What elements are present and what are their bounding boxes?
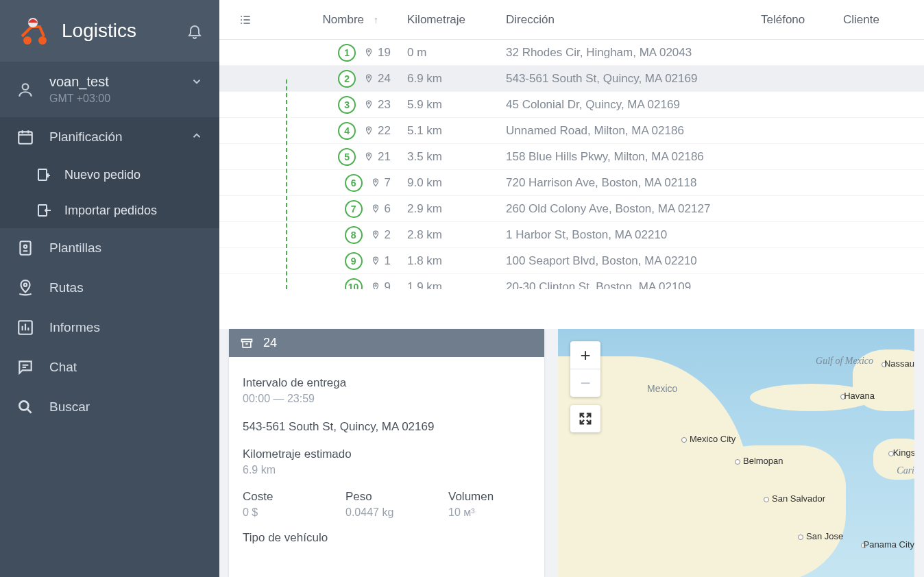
th-km[interactable]: Kilometraje	[399, 13, 498, 27]
table-row[interactable]: 1091.9 km20-30 Clinton St, Boston, MA 02…	[219, 274, 924, 289]
zoom-in-button[interactable]: +	[570, 341, 600, 369]
th-cliente[interactable]: Cliente	[835, 13, 924, 27]
est-km-value: 6.9 km	[243, 464, 531, 476]
th-nombre[interactable]: Nombre ↑	[262, 13, 399, 27]
cell-address: 1 Harbor St, Boston, MA 02210	[498, 228, 753, 242]
table-row[interactable]: 679.0 km720 Harrison Ave, Boston, MA 021…	[219, 170, 924, 196]
pin-icon	[371, 281, 380, 290]
sidebar: Logistics voan_test GMT +03:00 Planifica…	[0, 0, 219, 577]
stop-number-badge: 2	[338, 70, 356, 88]
order-name: 1	[385, 254, 391, 268]
table-row[interactable]: 1190 m32 Rhodes Cir, Hingham, MA 02043	[219, 40, 924, 66]
pin-icon	[364, 73, 374, 85]
pin-icon	[371, 177, 380, 189]
bottom-split: 24 Intervalo de entrega 00:00 — 23:59 54…	[219, 329, 924, 577]
chat-icon	[16, 358, 34, 376]
cell-address: 260 Old Colony Ave, Boston, MA 02127	[498, 202, 753, 216]
volume-value: 10 м³	[448, 506, 524, 519]
svg-rect-4	[19, 132, 32, 143]
nav-planning[interactable]: Planificación	[0, 117, 219, 157]
sort-asc-icon: ↑	[374, 14, 378, 25]
chevron-down-icon	[191, 75, 203, 88]
cell-address: 543-561 South St, Quincy, MA 02169	[498, 72, 753, 86]
nav-import-orders-label: Importar pedidos	[64, 204, 157, 218]
map-city: Mexico City	[690, 434, 735, 443]
fullscreen-button[interactable]	[570, 405, 600, 432]
map-label-gulf: Gulf of Mexico	[816, 356, 873, 366]
table-row[interactable]: 2246.9 km543-561 South St, Quincy, MA 02…	[219, 66, 924, 92]
svg-point-17	[374, 180, 376, 182]
table-row[interactable]: 911.8 km100 Seaport Blvd, Boston, MA 022…	[219, 248, 924, 274]
nav-import-orders[interactable]: Importar pedidos	[36, 193, 219, 228]
table-row[interactable]: 762.9 km260 Old Colony Ave, Boston, MA 0…	[219, 196, 924, 222]
svg-point-0	[23, 36, 32, 45]
pin-icon	[371, 203, 380, 215]
est-km-label: Kilometraje estimado	[243, 447, 531, 461]
cell-address: 158 Blue Hills Pkwy, Milton, MA 02186	[498, 150, 753, 164]
app-title: Logistics	[62, 20, 186, 42]
th-menu[interactable]	[229, 13, 262, 27]
order-name: 24	[378, 72, 391, 86]
svg-point-3	[23, 84, 29, 90]
cost-value: 0 $	[243, 506, 318, 519]
table-row[interactable]: 3235.9 km45 Colonial Dr, Quincy, MA 0216…	[219, 92, 924, 118]
user-menu[interactable]: voan_test GMT +03:00	[0, 62, 219, 117]
nav-routes-label: Rutas	[49, 280, 84, 295]
table-row[interactable]: 5213.5 km158 Blue Hills Pkwy, Milton, MA…	[219, 144, 924, 170]
stop-number-badge: 1	[338, 44, 356, 62]
pin-icon	[364, 47, 374, 59]
svg-point-19	[374, 232, 376, 234]
pin-icon	[371, 255, 380, 267]
import-icon	[36, 202, 52, 219]
detail-address: 543-561 South St, Quincy, MA 02169	[243, 420, 531, 434]
zoom-out-button[interactable]: −	[570, 369, 600, 397]
cell-km: 6.9 km	[399, 72, 498, 86]
nav-search[interactable]: Buscar	[0, 387, 219, 427]
nav-reports[interactable]: Informes	[0, 308, 219, 347]
nav-templates[interactable]: Plantillas	[0, 228, 219, 268]
cell-km: 0 m	[399, 46, 498, 60]
chevron-up-icon	[191, 130, 203, 142]
notifications-icon[interactable]	[186, 23, 203, 39]
table-row[interactable]: 822.8 km1 Harbor St, Boston, MA 02210	[219, 222, 924, 248]
svg-point-12	[368, 50, 369, 51]
add-order-icon	[36, 167, 52, 183]
map-label-caribbean: Cari	[897, 466, 914, 476]
nav-new-order-label: Nuevo pedido	[64, 168, 141, 182]
user-name: voan_test	[49, 74, 110, 90]
cell-km: 1.8 km	[399, 254, 498, 268]
nav-planning-submenu: Nuevo pedido Importar pedidos	[0, 157, 219, 228]
svg-point-20	[374, 258, 376, 260]
main-content: Nombre ↑ Kilometraje Dirección Teléfono …	[219, 0, 924, 577]
th-direccion[interactable]: Dirección	[498, 13, 753, 27]
table-body: 1190 m32 Rhodes Cir, Hingham, MA 0204322…	[219, 40, 924, 289]
stop-number-badge: 3	[338, 96, 356, 114]
order-name: 21	[378, 150, 391, 164]
cell-km: 5.9 km	[399, 98, 498, 112]
cell-address: 45 Colonial Dr, Quincy, MA 02169	[498, 98, 753, 112]
map[interactable]: ••• + −	[558, 329, 914, 577]
nav-routes[interactable]: Rutas	[0, 268, 219, 308]
cell-nombre: 76	[262, 200, 399, 218]
detail-header: 24	[229, 329, 544, 357]
map-city: Havana	[844, 391, 875, 400]
cell-nombre: 323	[262, 96, 399, 114]
map-city: Kingsto	[893, 448, 914, 457]
stop-number-badge: 7	[345, 200, 363, 218]
weight-value: 0.0447 kg	[345, 506, 421, 519]
nav-new-order[interactable]: Nuevo pedido	[36, 157, 219, 193]
pin-icon	[371, 229, 380, 241]
svg-point-16	[368, 154, 369, 156]
reports-icon	[16, 319, 34, 336]
stop-number-badge: 10	[345, 278, 363, 290]
order-name: 22	[378, 124, 391, 138]
cell-address: Unnamed Road, Milton, MA 02186	[498, 124, 753, 138]
table-row[interactable]: 4225.1 kmUnnamed Road, Milton, MA 02186	[219, 118, 924, 144]
order-name: 23	[378, 98, 391, 112]
weight-label: Peso	[345, 490, 421, 504]
svg-point-11	[19, 401, 28, 410]
nav-chat[interactable]: Chat	[0, 347, 219, 387]
cell-km: 1.9 km	[399, 280, 498, 290]
th-telefono[interactable]: Teléfono	[753, 13, 835, 27]
map-city: Belmopan	[743, 456, 783, 465]
